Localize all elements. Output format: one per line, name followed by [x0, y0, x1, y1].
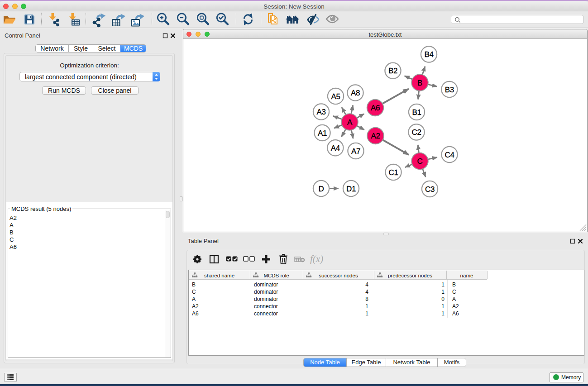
svg-text:A5: A5 [331, 92, 340, 101]
svg-text:D: D [319, 185, 324, 193]
svg-text:A6: A6 [371, 104, 380, 112]
svg-text:A3: A3 [317, 108, 326, 116]
svg-text:A1: A1 [318, 129, 327, 138]
svg-text:B1: B1 [412, 108, 421, 117]
svg-text:A: A [347, 118, 353, 127]
svg-text:A7: A7 [351, 147, 360, 156]
svg-text:C2: C2 [412, 128, 421, 137]
svg-text:B: B [417, 79, 422, 87]
svg-text:B2: B2 [388, 67, 397, 75]
svg-text:C4: C4 [445, 151, 454, 159]
svg-text:D1: D1 [346, 185, 356, 193]
svg-text:C1: C1 [389, 168, 398, 177]
svg-text:B3: B3 [445, 86, 454, 94]
svg-text:A2: A2 [371, 132, 380, 140]
svg-text:C: C [417, 157, 423, 166]
svg-text:A4: A4 [331, 144, 340, 152]
svg-text:B4: B4 [425, 50, 434, 59]
svg-text:C3: C3 [425, 185, 435, 194]
svg-text:A8: A8 [351, 89, 360, 97]
